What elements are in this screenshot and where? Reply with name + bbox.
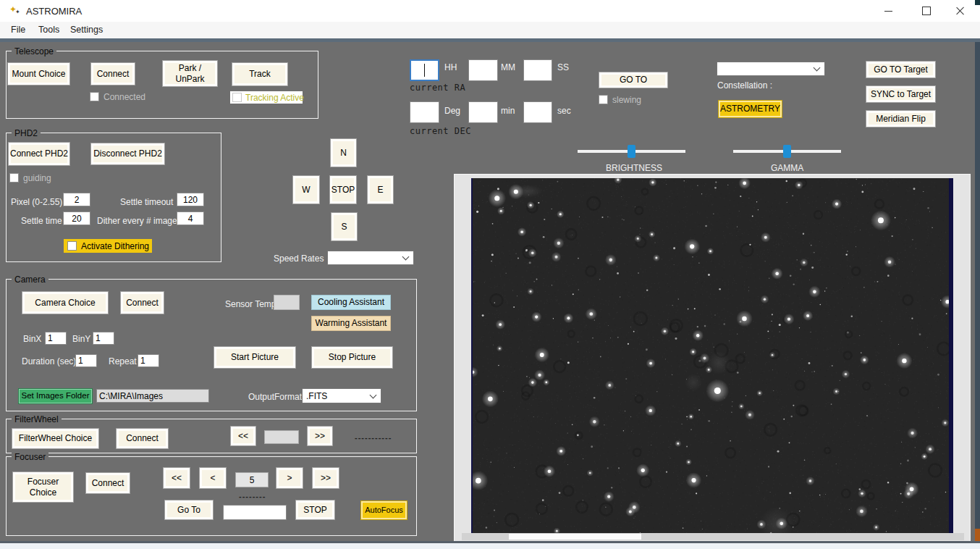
binx-label: BinX (23, 334, 41, 344)
astromira-window: ✦ ✦ ASTROMIRA File Tools Settings Telesc… (0, 0, 980, 549)
pixel-input[interactable] (63, 193, 90, 206)
track-button[interactable]: Track (232, 62, 288, 86)
focuser-step-display[interactable]: 5 (235, 472, 269, 487)
park-unpark-button[interactable]: Park / UnPark (162, 60, 218, 87)
dec-deg-input[interactable] (410, 101, 439, 123)
goto-target-button[interactable]: GO TO Target (866, 61, 936, 78)
filterwheel-position-display (264, 430, 299, 444)
chevron-down-icon (402, 253, 410, 261)
focuser-connect-button[interactable]: Connect (85, 472, 130, 494)
constellation-label: Constellation : (717, 80, 772, 91)
connected-label: Connected (104, 92, 145, 102)
background-window-edge (975, 42, 980, 529)
start-picture-button[interactable]: Start Picture (214, 346, 296, 369)
biny-label: BinY (72, 334, 90, 344)
guiding-checkbox[interactable] (9, 173, 19, 183)
camera-choice-button[interactable]: Camera Choice (22, 291, 109, 314)
slew-north-button[interactable]: N (330, 138, 357, 167)
focuser-out-button[interactable]: > (276, 467, 303, 489)
slewing-checkbox[interactable] (599, 95, 608, 104)
image-border-right (949, 178, 953, 533)
menu-tools[interactable]: Tools (38, 22, 59, 38)
connect-phd2-button[interactable]: Connect PHD2 (8, 142, 70, 166)
focuser-goto-button[interactable]: Go To (164, 500, 214, 520)
binx-input[interactable] (45, 332, 67, 345)
goto-button[interactable]: GO TO (599, 72, 668, 88)
set-images-folder-button[interactable]: Set Images Folder (18, 388, 93, 404)
minimize-icon (884, 11, 892, 12)
slew-west-button[interactable]: W (292, 175, 320, 204)
dec-sec-label: sec (557, 106, 571, 116)
current-ra-label: current RA (410, 83, 465, 93)
output-format-dropdown[interactable]: .FITS (302, 388, 381, 403)
slew-east-button[interactable]: E (367, 175, 394, 204)
disconnect-phd2-button[interactable]: Disconnect PHD2 (90, 143, 165, 165)
telescope-group-label: Telescope (12, 46, 56, 56)
repeat-input[interactable] (138, 354, 159, 367)
chevron-down-icon (814, 64, 821, 72)
duration-input[interactable] (75, 354, 97, 367)
camera-connect-button[interactable]: Connect (120, 291, 164, 314)
filterwheel-next-button[interactable]: >> (307, 426, 333, 446)
filterwheel-status-dashes: ----------- (355, 433, 392, 442)
ra-mm-input[interactable] (468, 59, 498, 81)
stop-picture-button[interactable]: Stop Picture (311, 346, 393, 369)
constellation-dropdown[interactable] (717, 62, 825, 76)
telescope-connect-button[interactable]: Connect (90, 62, 135, 85)
meridian-flip-button[interactable]: Meridian Flip (866, 110, 936, 127)
minimize-button[interactable] (871, 0, 905, 22)
activate-dithering-checkbox[interactable] (67, 241, 77, 251)
biny-input[interactable] (93, 332, 114, 345)
menu-settings[interactable]: Settings (70, 22, 103, 38)
dither-input[interactable] (177, 211, 204, 225)
activate-dithering-panel: Activate Dithering (64, 239, 152, 253)
maximize-button[interactable] (910, 0, 943, 22)
sync-to-target-button[interactable]: SYNC to Target (866, 85, 936, 103)
focuser-choice-button[interactable]: Focuser Choice (12, 472, 74, 503)
mount-choice-button[interactable]: Mount Choice (7, 62, 70, 85)
gamma-slider-thumb[interactable] (783, 145, 791, 158)
filterwheel-connect-button[interactable]: Connect (116, 428, 169, 449)
tracking-active-checkbox[interactable] (232, 93, 242, 102)
star-field-image (473, 178, 949, 533)
settle-timeout-label: Settle timeout (120, 197, 169, 207)
filterwheel-choice-button[interactable]: FilterWheel Choice (12, 428, 99, 449)
images-path-field[interactable] (96, 389, 209, 403)
activate-dithering-label: Activate Dithering (81, 241, 149, 251)
menu-bar: File Tools Settings (0, 22, 980, 38)
connected-checkbox[interactable] (90, 92, 99, 101)
tracking-active-panel: Tracking Active (230, 91, 303, 104)
warming-assistant-button[interactable]: Warming Assistant (311, 316, 391, 331)
cooling-assistant-button[interactable]: Cooling Assistant (311, 295, 391, 310)
focuser-fast-in-button[interactable]: << (163, 467, 190, 489)
ra-hh-label: HH (444, 62, 457, 72)
slew-stop-button[interactable]: STOP (329, 175, 357, 204)
chevron-down-icon (370, 391, 377, 398)
image-border-left (471, 178, 473, 533)
focuser-position-input[interactable] (223, 505, 287, 520)
menu-file[interactable]: File (11, 22, 25, 38)
horizontal-scrollbar[interactable] (462, 533, 964, 540)
settle-time-input[interactable] (63, 211, 90, 225)
ra-ss-input[interactable] (523, 59, 552, 81)
settle-timeout-input[interactable] (177, 193, 204, 206)
focuser-fast-out-button[interactable]: >> (312, 467, 339, 489)
dec-sec-input[interactable] (523, 101, 552, 123)
astrometry-button[interactable]: ASTROMETRY (718, 100, 782, 118)
gamma-label: GAMMA (771, 163, 803, 173)
dec-min-input[interactable] (468, 101, 498, 123)
filterwheel-prev-button[interactable]: << (230, 426, 256, 446)
duration-label: Duration (sec) (22, 356, 76, 366)
dec-deg-label: Deg (444, 106, 460, 116)
autofocus-button[interactable]: AutoFocus (360, 500, 407, 520)
phd2-group-label: PHD2 (12, 128, 41, 138)
slew-south-button[interactable]: S (331, 212, 358, 241)
close-button[interactable] (944, 0, 977, 22)
focuser-in-button[interactable]: < (199, 467, 227, 489)
speed-rates-dropdown[interactable] (327, 251, 414, 265)
focuser-stop-button[interactable]: STOP (295, 500, 335, 520)
close-icon (956, 7, 965, 15)
scrollbar-thumb[interactable] (509, 534, 641, 540)
brightness-slider-thumb[interactable] (628, 145, 635, 158)
current-dec-label: current DEC (410, 126, 471, 136)
